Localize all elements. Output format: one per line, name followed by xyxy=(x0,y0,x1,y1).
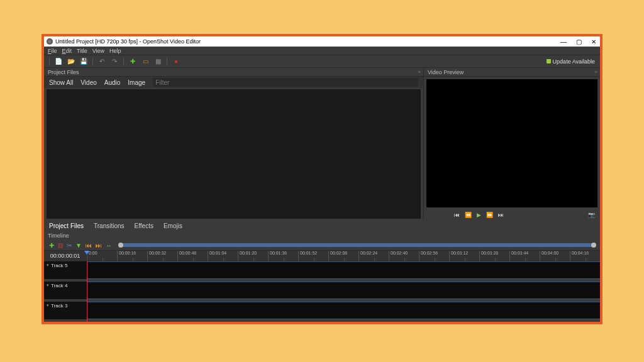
track-label: Track 5 xyxy=(51,263,67,268)
menu-view[interactable]: View xyxy=(92,48,104,54)
timeline-ruler-row: 00:00:00:01 0:0000:00:1600:00:3200:00:48… xyxy=(44,250,600,261)
playhead-line xyxy=(87,261,87,322)
save-project-icon[interactable]: 💾 xyxy=(80,58,87,65)
add-track-icon[interactable]: ✚ xyxy=(49,242,54,249)
chevron-down-icon[interactable]: ▾ xyxy=(47,263,49,268)
minimize-button[interactable]: — xyxy=(560,38,567,45)
track-body[interactable] xyxy=(87,302,600,319)
profile-icon[interactable]: ▭ xyxy=(142,58,149,65)
ruler-tick: 00:03:44 xyxy=(509,251,540,261)
close-button[interactable]: ✕ xyxy=(590,38,597,45)
track-row[interactable]: ▾Track 4 xyxy=(44,282,600,299)
ruler-tick: 00:01:04 xyxy=(208,251,238,261)
maximize-button[interactable]: ▢ xyxy=(575,38,582,45)
ruler-tick: 0:00 xyxy=(87,251,117,261)
chevron-down-icon[interactable]: ▾ xyxy=(47,283,49,288)
ruler-tick: 00:04:16 xyxy=(570,251,600,261)
ruler-tick: 00:04:00 xyxy=(540,251,570,261)
track-row[interactable]: ▾Track 3 xyxy=(44,302,600,319)
zoom-slider[interactable] xyxy=(119,243,595,247)
forward-icon[interactable]: ⏩ xyxy=(486,212,493,218)
open-project-icon[interactable]: 📂 xyxy=(67,58,75,65)
tab-transitions[interactable]: Transitions xyxy=(94,222,125,229)
snapshot-icon[interactable]: 📷 xyxy=(588,212,595,218)
ruler-tick: 00:02:24 xyxy=(358,251,389,261)
ruler-tick: 00:01:52 xyxy=(298,251,328,261)
separator xyxy=(92,58,93,65)
video-preview-panel: Video Preview ▫▫▫ ⏮ ⏪ ▶ ⏩ ⏭ 📷 xyxy=(424,68,600,220)
screenshot-frame: Untitled Project [HD 720p 30 fps] - Open… xyxy=(42,34,602,324)
jump-start-icon[interactable]: ⏮ xyxy=(454,212,460,218)
timeline-toolbar: ✚ ⊟ ✂ ▼ ⏮ ⏭ ↔ xyxy=(44,240,600,250)
separator xyxy=(167,58,167,65)
track-body[interactable] xyxy=(87,282,600,299)
track-header[interactable]: ▾Track 4 xyxy=(44,282,87,299)
menu-title[interactable]: Title xyxy=(77,48,87,54)
update-available-notice[interactable]: Update Available xyxy=(547,58,595,65)
video-preview-area[interactable] xyxy=(426,79,597,207)
menu-edit[interactable]: Edit xyxy=(62,48,72,54)
menu-file[interactable]: File xyxy=(48,48,57,54)
timeline-panel: Timeline ✚ ⊟ ✂ ▼ ⏮ ⏭ ↔ 00:00:00:01 0:000… xyxy=(44,231,600,322)
filter-input[interactable] xyxy=(153,78,418,87)
filter-show-all[interactable]: Show All xyxy=(49,79,73,86)
filter-audio[interactable]: Audio xyxy=(104,79,121,86)
track-header[interactable]: ▾Track 3 xyxy=(44,302,87,319)
redo-icon[interactable]: ↷ xyxy=(111,58,118,65)
window-title: Untitled Project [HD 720p 30 fps] - Open… xyxy=(55,38,560,45)
center-playhead-icon[interactable]: ↔ xyxy=(106,242,112,249)
marker-icon[interactable]: ▼ xyxy=(75,242,82,249)
update-label: Update Available xyxy=(553,58,595,65)
ruler-tick: 00:02:08 xyxy=(328,251,358,261)
ruler-tick: 00:00:32 xyxy=(147,251,177,261)
panel-dock-controls[interactable]: ▫▫▫ xyxy=(418,69,419,75)
track-label: Track 4 xyxy=(51,283,67,288)
project-files-panel: Project Files ▫▫▫ Show All Video Audio I… xyxy=(44,68,424,220)
export-icon[interactable]: ● xyxy=(172,58,180,65)
ruler-tick: 00:01:36 xyxy=(268,251,298,261)
play-icon[interactable]: ▶ xyxy=(477,212,481,218)
track-row[interactable]: ▾Track 5 xyxy=(44,261,600,279)
jump-end-icon[interactable]: ⏭ xyxy=(498,212,504,218)
timecode-display[interactable]: 00:00:00:01 xyxy=(44,251,87,261)
prev-marker-icon[interactable]: ⏮ xyxy=(86,242,92,249)
titlebar: Untitled Project [HD 720p 30 fps] - Open… xyxy=(44,36,600,47)
project-files-area[interactable] xyxy=(47,89,421,219)
ruler-tick: 00:00:48 xyxy=(177,251,208,261)
ruler-tick: 00:01:20 xyxy=(238,251,268,261)
separator xyxy=(123,58,124,65)
main-toolbar: 📄 📂 💾 ↶ ↷ ✚ ▭ ▦ ● Update Available xyxy=(44,55,600,68)
panel-dock-controls[interactable]: ▫▫▫ xyxy=(594,69,596,75)
project-files-header: Project Files ▫▫▫ xyxy=(44,68,423,77)
tab-project-files[interactable]: Project Files xyxy=(49,222,84,229)
project-files-title: Project Files xyxy=(48,69,79,75)
next-marker-icon[interactable]: ⏭ xyxy=(96,242,102,249)
undo-icon[interactable]: ↶ xyxy=(98,58,106,65)
import-files-icon[interactable]: ✚ xyxy=(129,58,136,65)
menu-help[interactable]: Help xyxy=(109,48,121,54)
snap-icon[interactable]: ⊟ xyxy=(58,242,63,249)
timeline-title: Timeline xyxy=(48,233,69,239)
rewind-icon[interactable]: ⏪ xyxy=(465,212,472,218)
chevron-down-icon[interactable]: ▾ xyxy=(47,303,49,308)
playhead-marker-icon[interactable] xyxy=(84,251,89,255)
fullscreen-icon[interactable]: ▦ xyxy=(154,58,162,65)
filter-video[interactable]: Video xyxy=(80,79,96,86)
video-preview-title: Video Preview xyxy=(428,69,464,75)
update-dot-icon xyxy=(547,59,551,63)
new-project-icon[interactable]: 📄 xyxy=(55,58,62,65)
razor-icon[interactable]: ✂ xyxy=(67,242,72,249)
track-body[interactable] xyxy=(87,261,600,279)
tracks-area: ▾Track 5▾Track 4▾Track 3 xyxy=(44,261,600,322)
ruler-tick: 00:00:16 xyxy=(117,251,147,261)
app-icon xyxy=(47,38,53,45)
timeline-ruler[interactable]: 0:0000:00:1600:00:3200:00:4800:01:0400:0… xyxy=(87,251,600,261)
ruler-tick: 00:03:12 xyxy=(449,251,479,261)
filter-image[interactable]: Image xyxy=(128,79,145,86)
tab-effects[interactable]: Effects xyxy=(135,222,153,229)
tab-emojis[interactable]: Emojis xyxy=(164,222,182,229)
track-header[interactable]: ▾Track 5 xyxy=(44,261,87,279)
menubar: File Edit Title View Help xyxy=(44,47,600,55)
ruler-tick: 00:02:40 xyxy=(389,251,419,261)
bottom-tabs: Project Files Transitions Effects Emojis xyxy=(44,220,600,231)
